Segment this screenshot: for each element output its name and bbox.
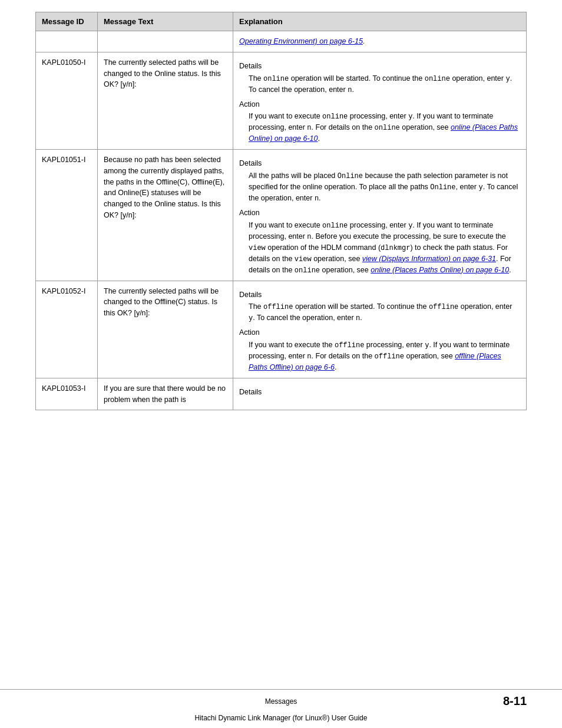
table-row: KAPL01052-IThe currently selected paths …: [36, 281, 527, 378]
cell-message-id: [36, 31, 98, 52]
explanation-indented: The online operation will be started. To…: [249, 73, 520, 95]
page-wrapper: Message ID Message Text Explanation Oper…: [0, 0, 562, 689]
explanation-indented: All the paths will be placed Online beca…: [249, 170, 520, 204]
explanation-indented: If you want to execute online processing…: [249, 220, 520, 276]
cell-message-text: Because no path has been selected among …: [98, 150, 233, 281]
explanation-section-label: Action: [239, 99, 520, 110]
cell-explanation: DetailsThe online operation will be star…: [233, 52, 527, 149]
footer-bottom: Hitachi Dynamic Link Manager (for Linux®…: [0, 713, 562, 728]
cell-explanation: DetailsThe offline operation will be sta…: [233, 281, 527, 378]
cell-message-text: The currently selected paths will be cha…: [98, 52, 233, 149]
cell-message-id: KAPL01051-I: [36, 150, 98, 281]
explanation-section-label: Details: [239, 158, 520, 169]
footer-right-label: 8-11: [503, 694, 527, 708]
table-row: KAPL01053-IIf you are sure that there wo…: [36, 378, 527, 410]
col-header-explanation: Explanation: [233, 12, 527, 31]
table-row: KAPL01051-IBecause no path has been sele…: [36, 150, 527, 281]
col-header-message-id: Message ID: [36, 12, 98, 31]
table-header-row: Message ID Message Text Explanation: [36, 12, 527, 31]
explanation-section-label: Action: [239, 207, 520, 219]
explanation-section-label: Action: [239, 327, 520, 338]
footer: Messages 8-11: [0, 689, 562, 713]
explanation-link[interactable]: Operating Environment) on page 6-15: [239, 37, 363, 45]
explanation-section-label: Details: [239, 289, 520, 301]
cell-message-text: If you are sure that there would be no p…: [98, 378, 233, 410]
explanation-section-label: Details: [239, 61, 520, 72]
col-header-message-text: Message Text: [98, 12, 233, 31]
table-row: KAPL01050-IThe currently selected paths …: [36, 52, 527, 149]
table-row: Operating Environment) on page 6-15.: [36, 31, 527, 52]
cell-message-id: KAPL01053-I: [36, 378, 98, 410]
cell-message-id: KAPL01050-I: [36, 52, 98, 149]
main-table: Message ID Message Text Explanation Oper…: [35, 12, 527, 410]
explanation-section-label: Details: [239, 387, 520, 398]
cell-message-text: The currently selected paths will be cha…: [98, 281, 233, 378]
cell-explanation: Operating Environment) on page 6-15.: [233, 31, 527, 52]
footer-center-label: Messages: [265, 697, 297, 706]
cell-explanation: Details: [233, 378, 527, 410]
explanation-indented: If you want to execute online processing…: [249, 111, 520, 144]
explanation-indented: The offline operation will be started. T…: [249, 301, 520, 324]
cell-message-text: [98, 31, 233, 52]
cell-message-id: KAPL01052-I: [36, 281, 98, 378]
cell-explanation: DetailsAll the paths will be placed Onli…: [233, 150, 527, 281]
explanation-indented: If you want to execute the offline proce…: [249, 340, 520, 373]
